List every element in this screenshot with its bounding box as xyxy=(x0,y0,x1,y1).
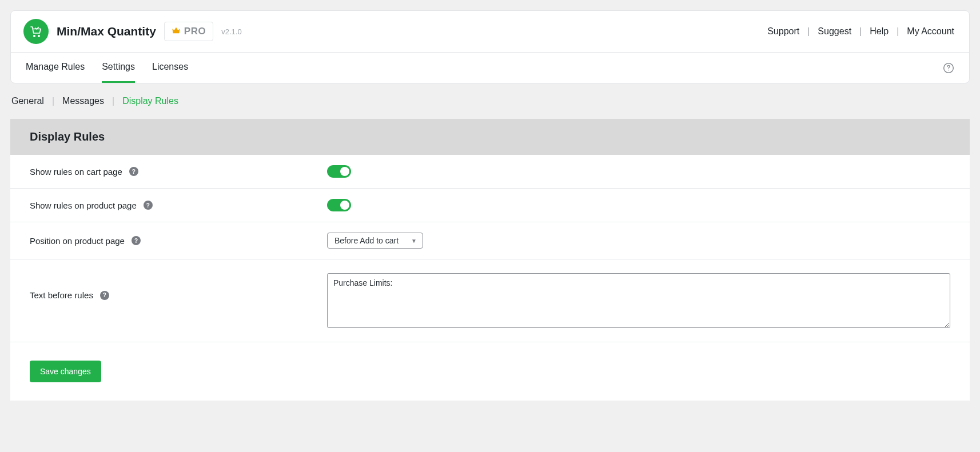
row-show-on-cart: Show rules on cart page ? xyxy=(10,155,970,189)
svg-point-1 xyxy=(38,35,39,37)
select-position[interactable]: Before Add to cart ▼ xyxy=(327,233,423,249)
hint-icon[interactable]: ? xyxy=(144,201,153,210)
save-button[interactable]: Save changes xyxy=(30,361,101,382)
app-logo xyxy=(23,19,49,44)
nav-tabs: Manage Rules Settings Licenses xyxy=(11,53,969,83)
hint-icon[interactable]: ? xyxy=(132,236,141,245)
app-title: Min/Max Quantity xyxy=(57,25,156,38)
hint-icon[interactable]: ? xyxy=(100,291,109,300)
link-help[interactable]: Help xyxy=(870,26,889,37)
link-my-account[interactable]: My Account xyxy=(907,26,954,37)
label-show-on-product: Show rules on product page xyxy=(30,201,137,210)
subnav-display-rules[interactable]: Display Rules xyxy=(122,96,178,106)
pro-badge: PRO xyxy=(164,22,213,41)
tab-licenses[interactable]: Licenses xyxy=(152,53,188,83)
panel-title: Display Rules xyxy=(10,119,970,155)
link-suggest[interactable]: Suggest xyxy=(818,26,851,37)
row-text-before: Text before rules ? xyxy=(10,259,970,342)
select-position-value: Before Add to cart xyxy=(334,236,399,245)
tab-manage-rules[interactable]: Manage Rules xyxy=(26,53,85,83)
app-header: Min/Max Quantity PRO v2.1.0 Support | Su… xyxy=(11,11,969,53)
row-show-on-product: Show rules on product page ? xyxy=(10,189,970,222)
row-position: Position on product page ? Before Add to… xyxy=(10,222,970,259)
actions-bar: Save changes xyxy=(10,342,970,401)
svg-point-3 xyxy=(948,70,949,71)
version-label: v2.1.0 xyxy=(221,27,241,36)
toggle-show-on-cart[interactable] xyxy=(327,165,351,178)
toggle-show-on-product[interactable] xyxy=(327,199,351,211)
header-links: Support | Suggest | Help | My Account xyxy=(767,26,954,37)
pro-label: PRO xyxy=(184,26,206,37)
crown-icon xyxy=(172,26,181,37)
tab-settings[interactable]: Settings xyxy=(102,53,135,83)
sub-nav: General | Messages | Display Rules xyxy=(10,83,970,119)
label-show-on-cart: Show rules on cart page xyxy=(30,167,122,177)
subnav-messages[interactable]: Messages xyxy=(62,96,104,106)
link-support[interactable]: Support xyxy=(767,26,799,37)
settings-panel: Display Rules Show rules on cart page ? … xyxy=(10,119,970,401)
help-icon[interactable] xyxy=(943,62,954,74)
svg-point-0 xyxy=(34,35,35,37)
textarea-text-before[interactable] xyxy=(327,273,950,328)
chevron-down-icon: ▼ xyxy=(411,238,417,244)
hint-icon[interactable]: ? xyxy=(129,167,138,176)
subnav-general[interactable]: General xyxy=(11,96,44,106)
label-position: Position on product page xyxy=(30,236,125,246)
label-text-before: Text before rules xyxy=(30,290,93,300)
